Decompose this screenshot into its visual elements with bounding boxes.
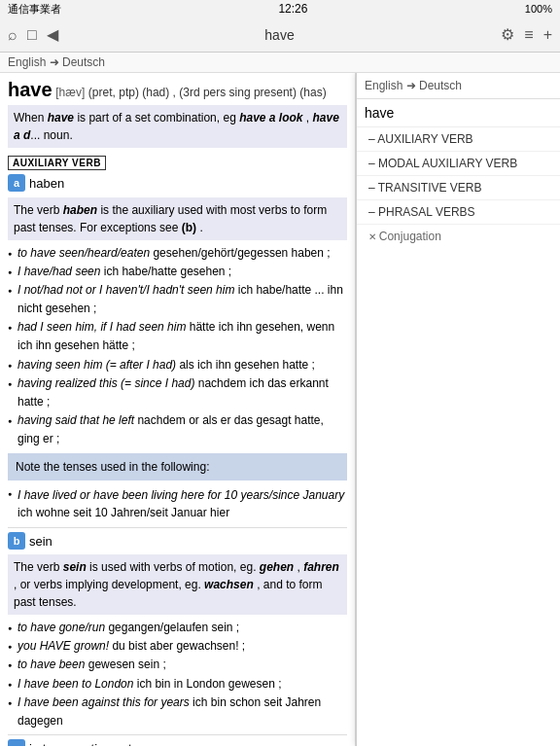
note-text: Note the tenses used in the following: <box>16 460 209 474</box>
info-text-b: The verb sein is used with verbs of moti… <box>8 554 347 615</box>
badge-b: b <box>8 532 25 550</box>
info-text-a: The verb haben is the auxiliary used wit… <box>8 197 347 240</box>
search-icon[interactable]: ⌕ <box>8 26 18 44</box>
bullet-a-3: I not/had not or I haven't/I hadn't seen… <box>8 281 347 318</box>
time: 12:26 <box>278 2 307 16</box>
badge-b-row: b sein <box>8 532 347 551</box>
rp-item-transitive[interactable]: – TRANSITIVE VERB <box>357 176 560 200</box>
bookmark-icon[interactable]: □ <box>27 26 37 44</box>
auxiliary-verb-label: AUXILIARY VERB <box>8 152 347 174</box>
badge-c: c <box>8 739 25 746</box>
badge-a-row: a haben <box>8 174 347 194</box>
bullet-a-6: having realized this (= since I had) nac… <box>8 374 347 411</box>
bullet-b-5: I have been against this for years ich b… <box>8 694 347 730</box>
bullet-b-4: I have been to London ich bin in London … <box>8 675 347 694</box>
back-icon[interactable]: ◀ <box>47 25 58 44</box>
nav-bar: ⌕ □ ◀ have ⚙ ≡ + <box>0 18 560 53</box>
carrier: 通信事業者 <box>8 2 61 17</box>
bullet-list-a: to have seen/heard/eaten gesehen/gehört/… <box>8 244 347 449</box>
left-panel[interactable]: have [hæv] (pret, ptp) (had) , (3rd pers… <box>0 73 356 746</box>
battery: 100% <box>525 3 552 15</box>
rp-header: English ➜ Deutsch <box>357 73 560 99</box>
rp-word[interactable]: have <box>357 99 560 127</box>
nav-right: ⚙ ≡ + <box>501 25 552 44</box>
nav-left: ⌕ □ ◀ <box>8 25 58 44</box>
bullet-a-7: having said that he left nachdem or als … <box>8 411 347 448</box>
badge-c-text: in tag questions etc <box>29 739 138 746</box>
nav-title: have <box>264 27 294 43</box>
note-box: Note the tenses used in the following: <box>8 453 347 480</box>
entry-forms: (pret, ptp) (had) , (3rd pers sing prese… <box>88 86 327 99</box>
entry-description: When have is part of a set combination, … <box>8 105 347 148</box>
badge-a: a <box>8 174 25 192</box>
badge-b-word: sein <box>29 532 52 551</box>
badge-c-row: c in tag questions etc <box>8 739 347 746</box>
lang-bar: English ➜ Deutsch <box>0 53 560 73</box>
right-panel[interactable]: English ➜ Deutsch have – AUXILIARY VERB … <box>356 73 560 746</box>
menu-icon[interactable]: ≡ <box>524 26 533 44</box>
badge-a-word: haben <box>29 174 64 194</box>
entry-word: have <box>8 79 52 100</box>
bullet-b-2: you HAVE grown! du bist aber gewachsen! … <box>8 637 347 656</box>
bullet-b-3: to have been gewesen sein ; <box>8 656 347 674</box>
entry-phonetic: [hæv] <box>55 86 85 99</box>
settings-icon[interactable]: ⚙ <box>501 25 514 44</box>
bullet-list-b: to have gone/run gegangen/gelaufen sein … <box>8 619 347 730</box>
long-bullet: I have lived or have been living here fo… <box>8 484 347 523</box>
bullet-a-1: to have seen/heard/eaten gesehen/gehört/… <box>8 244 347 263</box>
rp-item-modal[interactable]: – MODAL AUXILIARY VERB <box>357 152 560 176</box>
entry-header: have [hæv] (pret, ptp) (had) , (3rd pers… <box>8 79 347 101</box>
main-content: have [hæv] (pret, ptp) (had) , (3rd pers… <box>0 73 560 746</box>
divider-1 <box>8 527 347 528</box>
divider-2 <box>8 734 347 735</box>
bullet-a-2: I have/had seen ich habe/hatte gesehen ; <box>8 263 347 281</box>
bullet-a-4: had I seen him, if I had seen him hätte … <box>8 318 347 355</box>
lang-label: English ➜ Deutsch <box>8 55 105 69</box>
rp-item-auxiliary[interactable]: – AUXILIARY VERB <box>357 127 560 152</box>
bullet-b-1: to have gone/run gegangen/gelaufen sein … <box>8 619 347 637</box>
rp-item-conjugation[interactable]: Conjugation <box>357 225 560 248</box>
add-icon[interactable]: + <box>543 26 552 44</box>
status-bar: 通信事業者 12:26 100% <box>0 0 560 18</box>
bullet-a-5: having seen him (= after I had) als ich … <box>8 356 347 374</box>
rp-item-phrasal[interactable]: – PHRASAL VERBS <box>357 200 560 225</box>
